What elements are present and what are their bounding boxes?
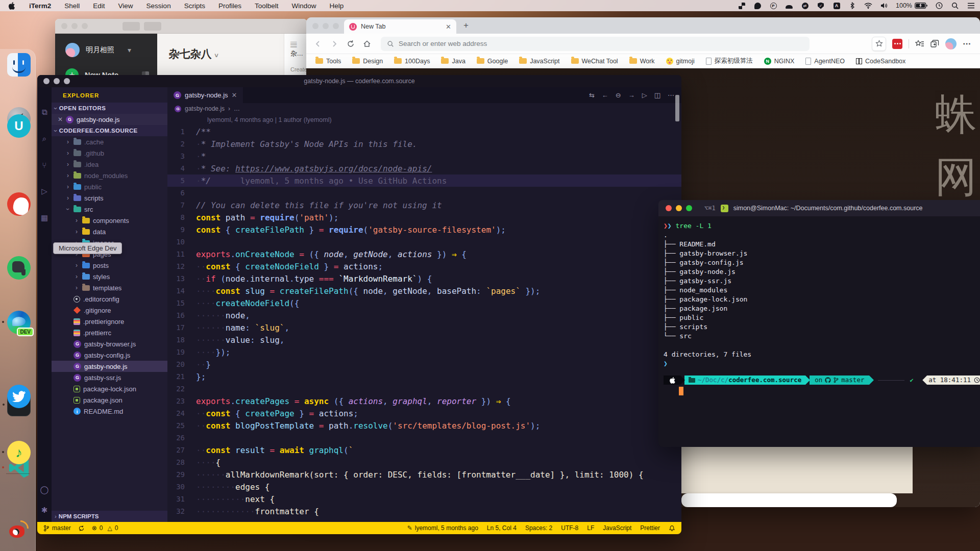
eol-setting[interactable]: LF: [587, 524, 594, 532]
bookmark-WeChat Tool[interactable]: WeChat Tool: [571, 58, 618, 65]
extension-icon[interactable]: [892, 39, 902, 49]
menu-item-help[interactable]: Help: [329, 2, 344, 10]
code-line-28[interactable]: 28····{: [167, 456, 681, 468]
gear-icon[interactable]: ✱: [41, 506, 48, 515]
zoom-icon[interactable]: [686, 205, 692, 211]
close-icon[interactable]: [43, 78, 50, 84]
tree-item-public[interactable]: ›public: [52, 181, 167, 192]
tree-item-src[interactable]: ›src: [52, 204, 167, 215]
tree-item-package-lock.json[interactable]: package-lock.json: [52, 383, 167, 394]
zoom-icon[interactable]: [64, 78, 70, 84]
tree-item-.gitignore[interactable]: .gitignore: [52, 305, 167, 316]
breadcrumb[interactable]: G gatsby-node.js›…: [167, 103, 681, 114]
tree-item-gatsby-config.js[interactable]: Ggatsby-config.js: [52, 349, 167, 361]
forward-button[interactable]: [328, 37, 341, 51]
code-line-5[interactable]: 5·*/ lyemoml, 5 months ago • Use GitHub …: [167, 174, 681, 187]
collections-button[interactable]: [930, 40, 939, 48]
evernote-titlebar[interactable]: [55, 19, 307, 34]
tree-item-components[interactable]: ›components: [52, 215, 167, 226]
dock-edge-dev-icon[interactable]: DEV: [7, 311, 31, 334]
git-blame-status[interactable]: ✎lyemoml, 5 months ago: [407, 524, 478, 532]
tree-item-gatsby-browser.js[interactable]: Ggatsby-browser.js: [52, 338, 167, 349]
source-control-icon[interactable]: ⑂: [42, 161, 46, 169]
cursor-position[interactable]: Ln 5, Col 4: [487, 524, 517, 532]
dock-twitter-icon[interactable]: [7, 385, 31, 408]
bookmark-AgentNEO[interactable]: AgentNEO: [805, 58, 845, 65]
evernote-menu-icon[interactable]: [753, 2, 762, 10]
bookmark-Design[interactable]: Design: [352, 58, 383, 65]
dock-utools-icon[interactable]: U: [7, 114, 31, 138]
wifi-icon[interactable]: [864, 2, 872, 10]
editor-scrollbar[interactable]: [675, 95, 679, 121]
minimize-icon[interactable]: [323, 23, 329, 29]
close-icon[interactable]: [666, 205, 672, 211]
tree-item-.editorconfig[interactable]: .editorconfig: [52, 293, 167, 305]
terminal-content[interactable]: ❯❯ tree -L 1 .├── README.md├── gatsby-br…: [658, 216, 980, 395]
npm-scripts-section[interactable]: ›NPM SCRIPTS: [52, 511, 167, 522]
sync-button[interactable]: [78, 525, 85, 532]
home-button[interactable]: [360, 37, 374, 51]
dock-bear-icon[interactable]: [7, 192, 31, 216]
search-icon[interactable]: ⌕: [42, 134, 46, 143]
terminal-window-controls[interactable]: [666, 205, 692, 211]
browser-window-controls[interactable]: [312, 23, 339, 29]
code-line-6[interactable]: 6: [167, 187, 681, 199]
code-line-10[interactable]: 10: [167, 236, 681, 248]
code-line-27[interactable]: 27··const result = await graphql(`: [167, 444, 681, 456]
time-machine-icon[interactable]: [935, 2, 943, 10]
go-back-icon[interactable]: ←: [602, 91, 608, 99]
editor-tab-gatsby-node[interactable]: G gatsby-node.js ✕: [167, 87, 243, 103]
bookmark-Java[interactable]: Java: [441, 58, 465, 65]
p-app-menu-icon[interactable]: P: [769, 2, 777, 10]
tree-item-posts[interactable]: ›posts: [52, 260, 167, 271]
tree-item-.cache[interactable]: ›.cache: [52, 136, 167, 147]
menu-item-profiles[interactable]: Profiles: [218, 2, 241, 10]
reload-button[interactable]: [344, 37, 357, 51]
dock-evernote-icon[interactable]: [7, 256, 31, 280]
bookmark-NGINX[interactable]: NNGINX: [764, 58, 795, 65]
bookmark-探索初级算法[interactable]: 探索初级算法: [706, 57, 753, 65]
bookmark-Work[interactable]: Work: [629, 58, 655, 65]
zoom-icon[interactable]: [82, 23, 88, 29]
code-line-16[interactable]: 16······node,: [167, 309, 681, 321]
alfred-hat-icon[interactable]: [785, 2, 793, 10]
bookmark-100Days[interactable]: 100Days: [394, 58, 430, 65]
notifications-bell-icon[interactable]: [669, 525, 675, 532]
code-line-32[interactable]: 32············frontmatter {: [167, 505, 681, 517]
encoding-setting[interactable]: UTF-8: [561, 524, 578, 532]
remove-icon[interactable]: ⊖: [616, 91, 621, 99]
shield-check-icon[interactable]: ✓: [817, 2, 825, 10]
open-editors-section[interactable]: ›OPEN EDITORS: [52, 103, 167, 114]
tree-item-templates[interactable]: ›templates: [52, 282, 167, 293]
more-actions-icon[interactable]: ⋯: [668, 91, 674, 99]
account-switcher[interactable]: 明月相照 ▾: [65, 43, 157, 57]
go-forward-icon[interactable]: →: [628, 91, 635, 99]
new-tab-button[interactable]: +: [463, 20, 469, 31]
battery-status[interactable]: 100%: [896, 2, 927, 9]
run-icon[interactable]: ▷: [642, 91, 647, 99]
tree-item-.github[interactable]: ›.github: [52, 147, 167, 159]
spotlight-search-icon[interactable]: [951, 2, 959, 10]
settings-more-button[interactable]: ⋯: [963, 39, 972, 48]
menu-list-icon[interactable]: [967, 2, 975, 10]
tree-item-README.md[interactable]: iREADME.md: [52, 406, 167, 417]
code-line-25[interactable]: 25··const blogPostTemplate = path.resolv…: [167, 419, 681, 432]
bluetooth-icon[interactable]: [848, 2, 856, 10]
code-line-20[interactable]: 20··}: [167, 358, 681, 370]
code-line-21[interactable]: 21};: [167, 370, 681, 383]
code-line-4[interactable]: 4·* See: https://www.gatsbyjs.org/docs/n…: [167, 162, 681, 174]
close-icon[interactable]: [61, 23, 67, 29]
tree-item-.idea[interactable]: ›.idea: [52, 159, 167, 170]
codelens-blame[interactable]: lyemoml, 4 months ago | 1 author (lyemom…: [167, 114, 681, 126]
tree-item-package.json[interactable]: package.json: [52, 394, 167, 406]
browser-tab-new-tab[interactable]: New Tab ✕: [344, 19, 456, 34]
open-editor-item[interactable]: ✕ G gatsby-node.js: [52, 114, 167, 125]
bookmark-Google[interactable]: Google: [477, 58, 508, 65]
minimize-icon[interactable]: [54, 78, 60, 84]
forward-button[interactable]: [144, 22, 161, 31]
code-line-13[interactable]: 13··if (node.internal.type === `Markdown…: [167, 272, 681, 285]
back-button[interactable]: [122, 22, 140, 31]
tree-item-styles[interactable]: ›styles: [52, 271, 167, 282]
a-app-menu-icon[interactable]: A: [832, 2, 841, 10]
menu-item-iterm2[interactable]: iTerm2: [29, 2, 51, 10]
